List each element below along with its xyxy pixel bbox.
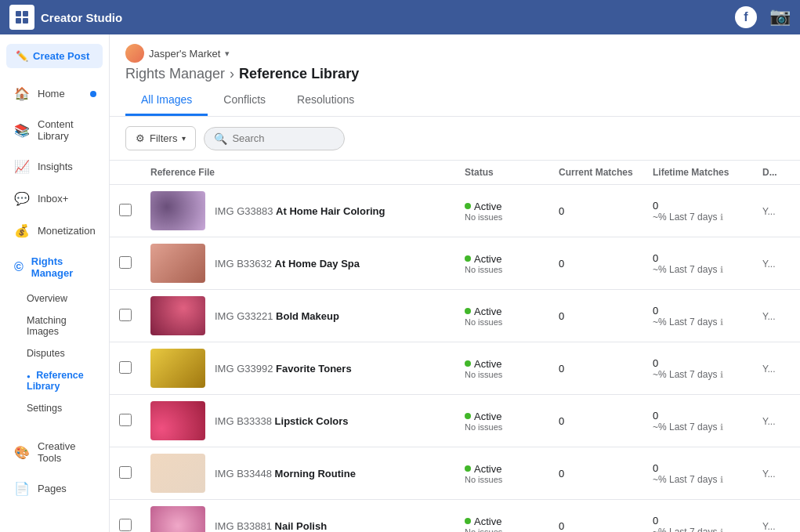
sidebar-sub-reference-library[interactable]: Reference Library xyxy=(5,365,104,396)
table-row: IMG B33632 At Home Day Spa Active No iss… xyxy=(110,237,800,290)
sidebar-item-content-library[interactable]: 📚 Content Library xyxy=(5,110,104,150)
thumbnail xyxy=(150,401,205,440)
info-icon[interactable]: ℹ xyxy=(720,422,723,432)
filters-button[interactable]: ⚙ Filters ▾ xyxy=(125,126,196,150)
row-checkbox[interactable] xyxy=(119,256,132,269)
info-icon[interactable]: ℹ xyxy=(720,317,723,327)
info-icon[interactable]: ℹ xyxy=(720,265,723,274)
ref-name: Favorite Toners xyxy=(276,363,352,375)
col-header-ref: Reference File xyxy=(141,161,455,185)
rights-manager-icon: © xyxy=(14,260,24,274)
sidebar-sub-matching-images[interactable]: Matching Images xyxy=(5,310,104,342)
ref-name: At Home Hair Coloring xyxy=(276,205,385,217)
sidebar-item-home[interactable]: 🏠 Home xyxy=(5,78,104,109)
settings-label: Settings xyxy=(27,403,62,414)
row-date-cell: Y... xyxy=(753,342,800,395)
row-date-cell: Y... xyxy=(753,395,800,447)
search-input[interactable] xyxy=(232,132,335,144)
account-chevron: ▾ xyxy=(225,49,230,59)
facebook-icon[interactable]: f xyxy=(735,6,757,28)
col-header-date: D... xyxy=(753,161,800,185)
ref-id: IMG B33632 xyxy=(215,258,275,270)
lifetime-matches-value: 0 xyxy=(653,462,744,474)
row-checkbox[interactable] xyxy=(119,414,132,426)
no-issues-label: No issues xyxy=(465,370,540,379)
lifetime-note: ~% Last 7 days ℹ xyxy=(653,527,744,533)
ref-id: IMG B33881 xyxy=(215,520,275,532)
sidebar-sub-overview[interactable]: Overview xyxy=(5,288,104,309)
sidebar-sub-settings[interactable]: Settings xyxy=(5,398,104,418)
row-lifetime-cell: 0 ~% Last 7 days ℹ xyxy=(643,237,753,290)
status-dot xyxy=(465,255,471,262)
sidebar-item-creative-tools[interactable]: 🎨 Creative Tools xyxy=(5,432,104,472)
row-lifetime-cell: 0 ~% Last 7 days ℹ xyxy=(643,500,753,533)
row-checkbox[interactable] xyxy=(119,204,132,216)
account-name: Jasper's Market xyxy=(149,48,220,60)
ref-id: IMG G33883 xyxy=(215,205,276,217)
row-checkbox[interactable] xyxy=(119,466,132,479)
toolbar: ⚙ Filters ▾ 🔍 xyxy=(110,117,800,161)
breadcrumb-parent[interactable]: Rights Manager xyxy=(125,66,225,82)
home-notification-dot xyxy=(90,91,96,97)
row-ref-cell: IMG G33883 At Home Hair Coloring xyxy=(141,185,455,237)
home-icon: 🏠 xyxy=(14,86,30,101)
row-checkbox[interactable] xyxy=(119,519,132,531)
sidebar-item-inbox[interactable]: 💬 Inbox+ xyxy=(5,183,104,214)
matching-images-label: Matching Images xyxy=(27,315,67,337)
row-check-cell xyxy=(110,500,141,533)
thumbnail xyxy=(150,349,205,388)
svg-rect-3 xyxy=(23,18,28,24)
sidebar-item-insights[interactable]: 📈 Insights xyxy=(5,151,104,182)
svg-rect-1 xyxy=(23,11,28,16)
status-label: Active xyxy=(474,411,501,422)
thumbnail xyxy=(150,191,205,230)
sidebar-item-content-label: Content Library xyxy=(38,118,95,142)
status-dot xyxy=(465,465,471,472)
row-current-cell: 0 xyxy=(549,447,643,500)
status-active: Active xyxy=(465,253,540,265)
no-issues-label: No issues xyxy=(465,265,540,274)
reference-table: Reference File Status Current Matches Li… xyxy=(110,161,800,532)
ref-name: At Home Day Spa xyxy=(275,258,360,270)
status-active: Active xyxy=(465,358,540,370)
top-nav-left: Creator Studio xyxy=(9,5,122,30)
row-checkbox[interactable] xyxy=(119,361,132,374)
lifetime-note: ~% Last 7 days ℹ xyxy=(653,212,744,223)
status-active: Active xyxy=(465,411,540,422)
no-issues-label: No issues xyxy=(465,422,540,432)
tab-resolutions[interactable]: Resolutions xyxy=(281,85,370,116)
account-selector[interactable]: Jasper's Market ▾ xyxy=(125,44,784,63)
ref-info: IMG B33448 Morning Routine xyxy=(215,468,356,480)
filters-chevron: ▾ xyxy=(182,134,186,143)
sidebar-item-pages[interactable]: 📄 Pages xyxy=(5,473,104,504)
search-icon: 🔍 xyxy=(214,132,227,145)
lifetime-note: ~% Last 7 days ℹ xyxy=(653,264,744,275)
table-row: IMG G33883 At Home Hair Coloring Active … xyxy=(110,185,800,237)
info-icon[interactable]: ℹ xyxy=(720,475,723,484)
status-label: Active xyxy=(474,253,501,265)
tab-all-images[interactable]: All Images xyxy=(125,85,208,116)
row-checkbox[interactable] xyxy=(119,309,132,321)
info-icon[interactable]: ℹ xyxy=(720,370,723,379)
tab-conflicts[interactable]: Conflicts xyxy=(208,85,281,116)
date-value: Y... xyxy=(762,521,775,532)
current-matches-value: 0 xyxy=(559,205,564,217)
row-date-cell: Y... xyxy=(753,290,800,342)
search-box[interactable]: 🔍 xyxy=(204,127,345,150)
info-icon[interactable]: ℹ xyxy=(720,212,723,222)
instagram-icon[interactable]: 📷 xyxy=(769,6,791,28)
create-post-button[interactable]: ✏️ Create Post xyxy=(6,44,103,68)
lifetime-matches-value: 0 xyxy=(653,410,744,422)
sidebar-sub-disputes[interactable]: Disputes xyxy=(5,343,104,364)
row-lifetime-cell: 0 ~% Last 7 days ℹ xyxy=(643,290,753,342)
sidebar-item-monetization[interactable]: 💰 Monetization xyxy=(5,215,104,246)
sidebar-item-rights-manager[interactable]: © Rights Manager xyxy=(5,248,104,287)
info-icon[interactable]: ℹ xyxy=(720,527,723,533)
row-date-cell: Y... xyxy=(753,237,800,290)
row-lifetime-cell: 0 ~% Last 7 days ℹ xyxy=(643,342,753,395)
status-dot xyxy=(465,518,471,524)
create-post-label: Create Post xyxy=(33,50,89,62)
current-matches-value: 0 xyxy=(559,363,564,375)
sidebar-item-rights-label: Rights Manager xyxy=(31,255,95,279)
main-layout: ✏️ Create Post 🏠 Home 📚 Content Library … xyxy=(0,34,800,532)
